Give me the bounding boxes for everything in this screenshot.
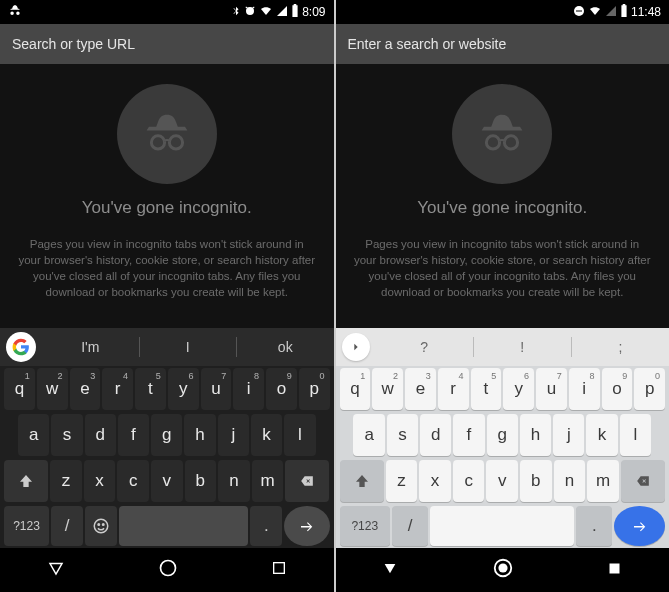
key-s[interactable]: s xyxy=(387,414,418,456)
key-h[interactable]: h xyxy=(520,414,551,456)
key-m[interactable]: m xyxy=(587,460,619,502)
nav-home-icon[interactable] xyxy=(158,558,178,582)
key-u[interactable]: u7 xyxy=(536,368,567,410)
key-d[interactable]: d xyxy=(420,414,451,456)
suggestion-2[interactable]: ! xyxy=(474,339,571,355)
slash-key[interactable]: / xyxy=(392,506,428,546)
slash-key[interactable]: / xyxy=(51,506,83,546)
key-row-3: z x c v b n m xyxy=(0,458,334,504)
space-key[interactable] xyxy=(430,506,574,546)
period-key[interactable]: . xyxy=(250,506,282,546)
key-h[interactable]: h xyxy=(184,414,215,456)
key-l[interactable]: l xyxy=(620,414,651,456)
phone-right: 11:48 Enter a search or website You've g… xyxy=(336,0,670,592)
key-j[interactable]: j xyxy=(553,414,584,456)
key-y[interactable]: y6 xyxy=(503,368,534,410)
key-d[interactable]: d xyxy=(85,414,116,456)
google-icon[interactable] xyxy=(6,332,36,362)
key-e[interactable]: e3 xyxy=(405,368,436,410)
suggestion-1[interactable]: I'm xyxy=(42,339,139,355)
svg-rect-6 xyxy=(274,563,285,574)
shift-key[interactable] xyxy=(4,460,48,502)
key-b[interactable]: b xyxy=(520,460,552,502)
key-p[interactable]: p0 xyxy=(634,368,665,410)
key-c[interactable]: c xyxy=(117,460,149,502)
key-z[interactable]: z xyxy=(50,460,82,502)
suggestion-3[interactable]: ok xyxy=(237,339,334,355)
key-w[interactable]: w2 xyxy=(372,368,403,410)
key-z[interactable]: z xyxy=(386,460,418,502)
key-c[interactable]: c xyxy=(453,460,485,502)
emoji-key[interactable] xyxy=(85,506,117,546)
key-row-4: ?123 / . xyxy=(336,504,670,548)
keyboard-keys: q1 w2 e3 r4 t5 y6 u7 i8 o9 p0 a s d f g xyxy=(336,366,670,548)
symbols-key[interactable]: ?123 xyxy=(4,506,49,546)
url-placeholder: Enter a search or website xyxy=(348,36,507,52)
signal-icon xyxy=(605,5,617,20)
key-a[interactable]: a xyxy=(18,414,49,456)
url-bar[interactable]: Enter a search or website xyxy=(336,24,670,64)
svg-point-0 xyxy=(151,136,164,149)
incognito-body: Pages you view in incognito tabs won't s… xyxy=(18,236,316,300)
key-u[interactable]: u7 xyxy=(201,368,232,410)
key-i[interactable]: i8 xyxy=(569,368,600,410)
key-l[interactable]: l xyxy=(284,414,315,456)
nav-back-icon[interactable] xyxy=(47,559,65,581)
incognito-heading: You've gone incognito. xyxy=(417,198,587,218)
key-r[interactable]: r4 xyxy=(438,368,469,410)
suggestion-1[interactable]: ? xyxy=(376,339,473,355)
nav-recent-icon[interactable] xyxy=(271,560,287,580)
key-n[interactable]: n xyxy=(554,460,586,502)
incognito-content: You've gone incognito. Pages you view in… xyxy=(336,64,670,328)
suggestion-2[interactable]: I xyxy=(140,339,237,355)
key-g[interactable]: g xyxy=(151,414,182,456)
nav-back-icon[interactable] xyxy=(382,560,398,580)
key-e[interactable]: e3 xyxy=(70,368,101,410)
key-v[interactable]: v xyxy=(486,460,518,502)
backspace-key[interactable] xyxy=(621,460,665,502)
key-g[interactable]: g xyxy=(487,414,518,456)
key-f[interactable]: f xyxy=(118,414,149,456)
chevron-right-icon[interactable] xyxy=(342,333,370,361)
period-key[interactable]: . xyxy=(576,506,612,546)
incognito-content: You've gone incognito. Pages you view in… xyxy=(0,64,334,328)
space-key[interactable] xyxy=(119,506,248,546)
shift-key[interactable] xyxy=(340,460,384,502)
key-x[interactable]: x xyxy=(84,460,116,502)
key-x[interactable]: x xyxy=(419,460,451,502)
key-j[interactable]: j xyxy=(218,414,249,456)
key-n[interactable]: n xyxy=(218,460,250,502)
key-f[interactable]: f xyxy=(453,414,484,456)
key-b[interactable]: b xyxy=(185,460,217,502)
key-t[interactable]: t5 xyxy=(135,368,166,410)
backspace-key[interactable] xyxy=(285,460,329,502)
key-q[interactable]: q1 xyxy=(340,368,371,410)
key-row-1: q1 w2 e3 r4 t5 y6 u7 i8 o9 p0 xyxy=(0,366,334,412)
key-row-2: a s d f g h j k l xyxy=(336,412,670,458)
key-v[interactable]: v xyxy=(151,460,183,502)
key-p[interactable]: p0 xyxy=(299,368,330,410)
key-a[interactable]: a xyxy=(353,414,384,456)
enter-key[interactable] xyxy=(284,506,329,546)
symbols-key[interactable]: ?123 xyxy=(340,506,391,546)
key-row-1: q1 w2 e3 r4 t5 y6 u7 i8 o9 p0 xyxy=(336,366,670,412)
key-s[interactable]: s xyxy=(51,414,82,456)
svg-point-5 xyxy=(160,561,175,576)
key-o[interactable]: o9 xyxy=(266,368,297,410)
key-w[interactable]: w2 xyxy=(37,368,68,410)
key-y[interactable]: y6 xyxy=(168,368,199,410)
key-q[interactable]: q1 xyxy=(4,368,35,410)
suggestion-3[interactable]: ; xyxy=(572,339,669,355)
nav-home-icon[interactable] xyxy=(492,557,514,583)
nav-recent-icon[interactable] xyxy=(607,561,622,580)
key-k[interactable]: k xyxy=(251,414,282,456)
key-row-4: ?123 / . xyxy=(0,504,334,548)
url-bar[interactable]: Search or type URL xyxy=(0,24,334,64)
key-o[interactable]: o9 xyxy=(602,368,633,410)
key-r[interactable]: r4 xyxy=(102,368,133,410)
key-k[interactable]: k xyxy=(586,414,617,456)
key-i[interactable]: i8 xyxy=(233,368,264,410)
key-m[interactable]: m xyxy=(252,460,284,502)
key-t[interactable]: t5 xyxy=(471,368,502,410)
enter-key[interactable] xyxy=(614,506,665,546)
